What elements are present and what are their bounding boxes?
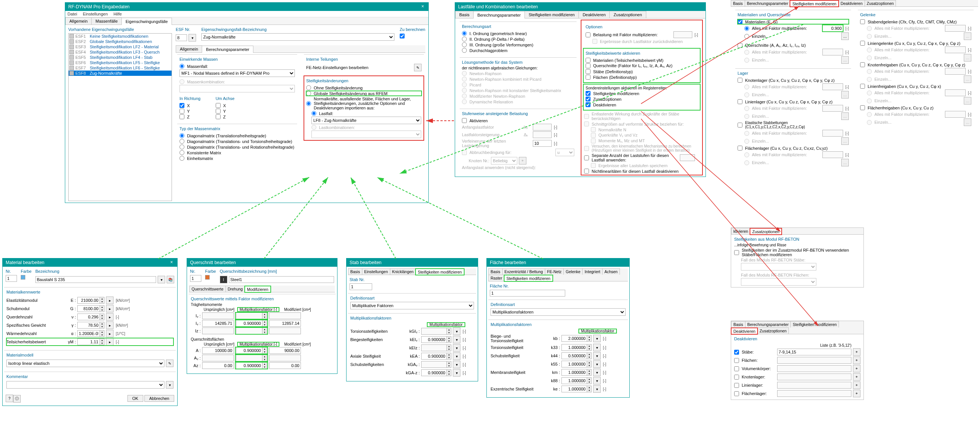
spinner-icon[interactable]: ▴▾ [587,335,592,342]
esf-bez-select[interactable]: Zug-Normalkräfte [201,33,395,41]
dropdown-icon[interactable]: ▾ [166,381,173,389]
mat-row-input[interactable] [77,305,100,312]
qs-tab-drehung[interactable]: Drehung [226,285,245,292]
st-tab-basis[interactable]: Basis [731,0,745,6]
st-liniengel-chk[interactable] [860,41,865,46]
fl-tab-steif[interactable]: Steifigkeiten modifizieren [504,275,553,282]
fenetz-edit-icon[interactable]: ✎ [414,64,422,71]
qs-color-swatch[interactable] [205,275,210,280]
factor-row-input[interactable] [562,369,587,376]
stab-def-select[interactable]: Multiplikative Faktoren [350,302,474,309]
dropdown-icon[interactable]: ▾ [453,352,460,360]
fl-tab-4[interactable]: Integriert [582,268,602,275]
mat-row-input[interactable] [77,297,100,304]
factor-row-input[interactable] [421,336,447,343]
berech-0[interactable] [462,31,467,36]
factor-row-input[interactable] [421,353,447,360]
help-icon[interactable]: ? [6,395,13,402]
spinner-icon[interactable]: ▴▾ [447,361,451,368]
ok-button[interactable]: OK [127,395,143,402]
mat-row-input[interactable] [77,322,100,328]
berech-3[interactable] [462,48,467,53]
lastfall-radio[interactable] [312,111,317,116]
verfeinerung-input[interactable] [533,140,552,147]
dropdown-icon[interactable]: ▾ [593,335,601,342]
qs-factor-input[interactable] [236,320,262,327]
ax-x-chk[interactable] [216,103,221,108]
library-icon[interactable]: 📚 [167,276,174,283]
dropdown-icon[interactable]: ▾ [453,361,460,368]
close-icon[interactable]: × [420,4,425,10]
sonder-1[interactable] [585,97,590,102]
st-tab-deakt[interactable]: Deaktivieren [838,0,865,6]
zu-tab-prev[interactable]: ktivieren [731,228,750,234]
tab-eigenschwingung[interactable]: Eigenschwingungsfälle [121,18,172,25]
st-mat-alles[interactable] [745,26,749,31]
extra-icon[interactable]: ▸ [106,305,113,312]
fl-nr-input[interactable] [490,290,565,296]
qs-orig-input[interactable] [202,320,234,327]
close-icon[interactable]: × [169,260,174,265]
fl-tab-0[interactable]: Basis [488,268,503,275]
st-mat-factor-input[interactable] [822,25,843,32]
qs-nr-input[interactable] [190,275,201,282]
qs-factor-input[interactable] [236,362,262,369]
lf-tab-basis[interactable]: Basis [455,11,474,18]
spinner-icon[interactable]: ▴▾ [100,322,105,328]
esf-nr-input[interactable] [176,34,187,41]
fl-tab-2[interactable]: FE-Netz [545,268,564,275]
qs-factor-input[interactable] [236,347,262,354]
typ-opt-2[interactable] [180,145,185,150]
spinner-icon[interactable]: ▴▾ [262,327,267,334]
cancel-button[interactable]: Abbrechen [145,395,174,402]
dir-x-chk[interactable] [180,103,185,108]
spinner-icon[interactable]: ▴▾ [587,377,592,384]
section-icon[interactable]: I [220,276,228,283]
zu-tab-zusatz[interactable]: Zusatzoptionen [750,228,782,235]
deakt-row-chk[interactable] [734,374,739,379]
dropdown-icon[interactable]: ▾ [453,369,460,376]
dropdown-icon[interactable]: ▾ [593,352,601,360]
fl-tab-3[interactable]: Gelenke [563,268,582,275]
deakt-row-input[interactable] [777,349,851,355]
tab-allgemein[interactable]: Allgemein [65,18,92,24]
dropdown-icon[interactable]: ▾ [593,369,601,376]
st-linienlager-chk[interactable] [738,99,743,104]
dropdown-icon[interactable]: ▾ [158,276,165,283]
zu-berechnen-chk[interactable] [400,33,405,38]
st-flfrei-chk[interactable] [860,105,865,110]
berech-1[interactable] [462,37,467,41]
tab-massenfaelle[interactable]: Massenfälle [91,18,122,24]
factor-row-input[interactable] [562,377,587,384]
typ-opt-1[interactable] [180,139,185,144]
qs-orig-input[interactable] [202,362,234,369]
edit-icon[interactable]: … [841,32,849,40]
menu-settings[interactable]: Einstellungen [83,12,108,16]
pick-icon[interactable]: ⌖ [853,365,861,372]
edit-icon[interactable]: ✎ [166,360,173,367]
mat-color-swatch[interactable] [21,275,25,280]
aktivieren-chk[interactable] [462,118,467,123]
stab-tab-steif[interactable]: Steifigkeiten modifizieren [415,269,464,275]
qs-orig-input[interactable] [202,347,234,354]
massenfall-radio[interactable] [180,64,185,69]
fl-tab-1[interactable]: Exzentrizität / Bettung [502,268,545,275]
sonder-2[interactable] [585,102,590,107]
de-tab-berech[interactable]: Berechnungsparameter [745,321,791,327]
esf-nr-stepper-icon[interactable]: ▾ [189,34,196,41]
deakt-row-chk[interactable] [734,358,739,363]
pick-icon[interactable]: ⌖ [853,348,861,356]
lf-tab-steif[interactable]: Steifigkeiten modifizieren [525,11,579,18]
spinner-icon[interactable]: ▴▾ [100,305,105,312]
spinner-icon[interactable]: ▴▾ [447,353,451,360]
st-fllager-chk[interactable] [738,146,743,151]
st-stabgel-chk[interactable] [860,19,865,24]
st-tab-berech[interactable]: Berechnungsparameter [745,0,791,6]
typ-opt-0[interactable] [180,133,185,138]
st-tab-steif[interactable]: Steifigkeiten modifizieren [790,0,838,7]
spinner-icon[interactable]: ▴▾ [447,328,451,335]
pick-icon[interactable]: ⌖ [853,373,861,381]
mat-modell-select[interactable]: Isotrop linear elastisch [6,360,164,367]
fl-tab-6[interactable]: Raster [488,275,504,281]
qs-bez-input[interactable] [229,276,334,283]
